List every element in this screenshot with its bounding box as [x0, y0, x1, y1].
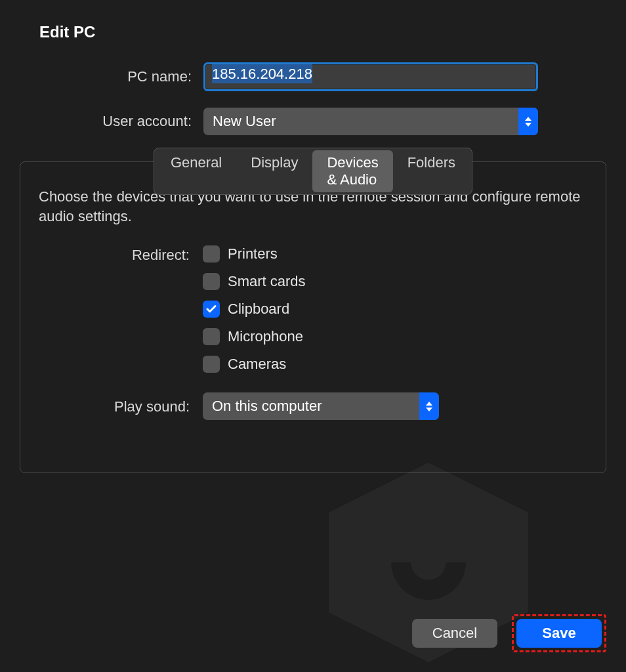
tab-folders[interactable]: Folders — [393, 150, 470, 192]
tab-devices-audio[interactable]: Devices & Audio — [312, 150, 392, 192]
pc-name-input[interactable]: 185.16.204.218 — [203, 62, 538, 91]
settings-tab-group: General Display Devices & Audio Folders … — [20, 161, 606, 473]
check-item-clipboard: Clipboard — [203, 301, 306, 318]
play-sound-value: On this computer — [212, 398, 322, 415]
updown-arrows-icon — [518, 108, 538, 135]
play-sound-label: Play sound: — [39, 397, 203, 415]
tab-display[interactable]: Display — [236, 150, 312, 192]
user-account-label: User account: — [20, 113, 203, 130]
dialog-footer: Cancel Save — [412, 614, 606, 652]
tab-general[interactable]: General — [156, 150, 236, 192]
check-item-printers: Printers — [203, 245, 306, 262]
check-item-cameras: Cameras — [203, 356, 306, 373]
row-pc-name: PC name: 185.16.204.218 — [20, 62, 606, 91]
save-button[interactable]: Save — [516, 619, 602, 648]
tab-bar: General Display Devices & Audio Folders — [154, 148, 472, 195]
check-item-microphone: Microphone — [203, 328, 306, 345]
check-item-smart-cards: Smart cards — [203, 273, 306, 290]
checkbox-microphone[interactable] — [203, 328, 220, 345]
checkbox-label: Smart cards — [228, 273, 306, 290]
user-account-select[interactable]: New User — [203, 108, 538, 135]
checkbox-cameras[interactable] — [203, 356, 220, 373]
save-highlight-annotation: Save — [512, 614, 606, 652]
play-sound-select[interactable]: On this computer — [203, 392, 439, 420]
checkbox-clipboard[interactable] — [203, 301, 220, 318]
user-account-value: New User — [213, 113, 276, 130]
checkbox-smart-cards[interactable] — [203, 273, 220, 290]
checkbox-label: Clipboard — [228, 301, 289, 318]
pc-name-label: PC name: — [20, 68, 203, 85]
row-user-account: User account: New User — [20, 108, 606, 135]
check-icon — [205, 303, 217, 315]
redirect-checklist: Printers Smart cards Clipboard Microphon… — [203, 245, 306, 373]
checkbox-printers[interactable] — [203, 245, 220, 262]
redirect-label: Redirect: — [39, 245, 203, 264]
cancel-button[interactable]: Cancel — [412, 619, 497, 648]
pc-name-value: 185.16.204.218 — [212, 64, 312, 83]
checkbox-label: Microphone — [228, 328, 303, 345]
checkbox-label: Printers — [228, 245, 278, 262]
updown-arrows-icon — [419, 392, 439, 420]
checkbox-label: Cameras — [228, 356, 286, 373]
dialog-title: Edit PC — [39, 23, 606, 41]
row-redirect: Redirect: Printers Smart cards Clipboard — [39, 245, 587, 373]
row-play-sound: Play sound: On this computer — [39, 392, 587, 420]
